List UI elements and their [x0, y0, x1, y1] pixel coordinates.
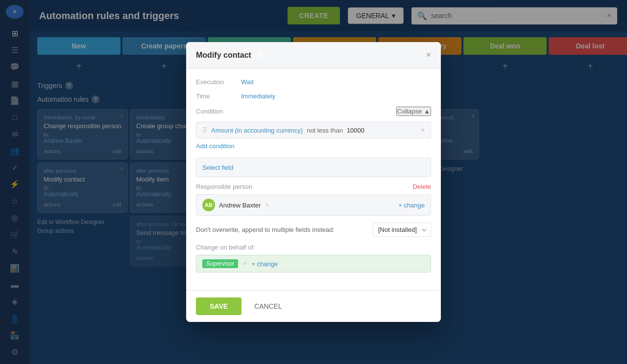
- overwrite-row: Don't overwrite, append to multiple fiel…: [196, 223, 431, 237]
- behalf-tag: Supervisor: [202, 259, 238, 268]
- save-button[interactable]: SAVE: [196, 297, 241, 315]
- modal-close-button[interactable]: ×: [426, 50, 431, 60]
- collapse-label: Collapse: [397, 108, 422, 115]
- responsible-person-label: Responsible person: [196, 183, 252, 190]
- overwrite-label: Don't overwrite, append to multiple fiel…: [196, 226, 367, 233]
- collapse-icon: ▲: [424, 108, 430, 115]
- person-remove-button[interactable]: ×: [265, 202, 270, 208]
- time-row: Time Immediately: [196, 92, 431, 100]
- modal-help-icon[interactable]: ?: [255, 51, 263, 59]
- behalf-change-button[interactable]: + change: [251, 260, 278, 268]
- condition-label: Condition: [196, 108, 223, 115]
- collapse-button[interactable]: Collapse ▲: [396, 107, 431, 116]
- person-change-button[interactable]: + change: [398, 202, 425, 209]
- drag-handle-icon[interactable]: ⠿: [202, 126, 207, 134]
- condition-operator: not less than: [307, 127, 343, 134]
- delete-button[interactable]: Delete: [412, 183, 431, 190]
- execution-label: Execution: [196, 78, 235, 86]
- condition-remove-button[interactable]: ×: [421, 126, 425, 134]
- time-label: Time: [196, 92, 235, 100]
- condition-field[interactable]: Amount (in accounting currency): [211, 127, 303, 134]
- select-field-option[interactable]: Select field: [202, 164, 234, 171]
- overwrite-select[interactable]: [Not installed] Yes No: [373, 223, 431, 237]
- condition-row: ⠿ Amount (in accounting currency) not le…: [196, 122, 431, 138]
- behalf-remove-button[interactable]: ×: [242, 260, 247, 267]
- behalf-label: Change on behalf of:: [196, 244, 431, 251]
- select-field-panel: Select field: [196, 158, 431, 177]
- condition-header: Condition Collapse ▲: [196, 107, 431, 116]
- execution-row: Execution Wait: [196, 78, 431, 86]
- add-condition-button[interactable]: Add condition: [196, 142, 431, 150]
- behalf-field: Supervisor × + change: [196, 255, 431, 273]
- person-name: Andrew Baxter: [219, 202, 261, 209]
- condition-value[interactable]: 10000: [347, 127, 364, 134]
- modal-title-container: Modify contact ?: [196, 51, 263, 60]
- responsible-person-field: AB Andrew Baxter × + change: [196, 194, 431, 216]
- responsible-person-header: Responsible person Delete: [196, 183, 431, 190]
- modal-footer: SAVE CANCEL: [186, 290, 441, 322]
- modal-title-text: Modify contact: [196, 51, 251, 60]
- modal-header: Modify contact ? ×: [186, 42, 441, 68]
- execution-value[interactable]: Wait: [241, 78, 254, 86]
- person-initials: AB: [205, 202, 213, 208]
- modify-contact-modal: Modify contact ? × Execution Wait Time I…: [186, 42, 441, 322]
- time-value[interactable]: Immediately: [241, 92, 275, 100]
- person-avatar: AB: [202, 199, 215, 211]
- modal-body: Execution Wait Time Immediately Conditio…: [186, 68, 441, 290]
- cancel-button[interactable]: CANCEL: [246, 297, 290, 315]
